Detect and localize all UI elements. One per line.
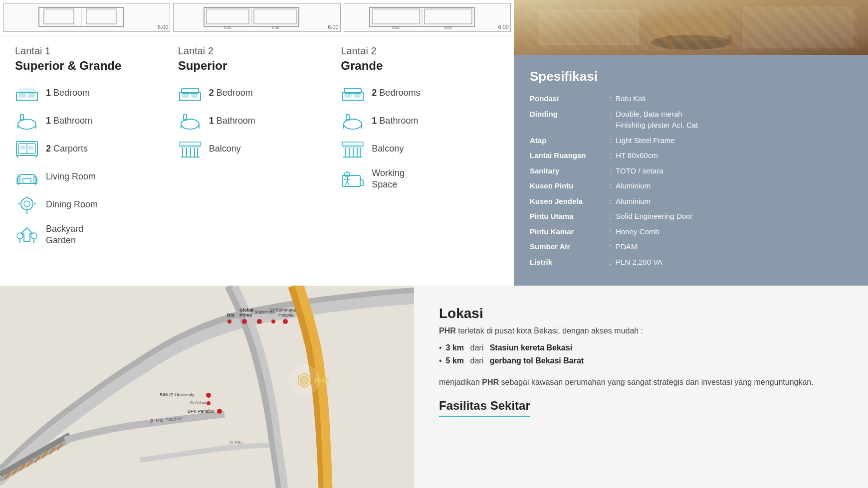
spec-value-kusen-pintu: Aluminium: [616, 180, 852, 192]
svg-rect-75: [345, 119, 350, 121]
spec-label-sumber-air: Sumber Air: [530, 241, 610, 253]
svg-rect-78: [343, 145, 362, 148]
svg-text:3.00: 3.00: [392, 25, 400, 30]
floor-plan-svg-1: [5, 5, 158, 30]
floor-col-lantai2-grande: Lantai 2 Grande: [341, 45, 504, 256]
svg-point-120: [271, 320, 275, 324]
svg-rect-99: [743, 7, 853, 47]
svg-rect-5: [207, 9, 249, 24]
spec-label-kusen-jendela: Kusen Jendela: [530, 196, 610, 207]
spec-lantai: Lantai Ruangan : HT 60x60cm: [530, 150, 852, 162]
floor-title-2g: Lantai 2: [341, 45, 504, 57]
plan-dimension-1: 6.00: [158, 24, 168, 30]
svg-text:BPK Penabur: BPK Penabur: [188, 409, 215, 414]
bathroom-text-2s: 1 Bathroom: [209, 115, 255, 127]
svg-rect-50: [183, 93, 189, 97]
feature-bedroom-1: 1 Bedroom: [15, 84, 178, 103]
floors-info-row: Lantai 1 Superior & Grande: [0, 35, 514, 266]
svg-line-95: [347, 181, 349, 185]
spec-label-pintu-kamar: Pintu Kamar: [530, 226, 610, 238]
spec-value-kusen-jendela: Aluminium: [616, 196, 852, 207]
svg-rect-97: [539, 10, 639, 45]
floor-plan-svg-2: 3.00 3.00: [175, 5, 328, 30]
bathroom-icon-2s: [178, 112, 202, 131]
plan-dimension-2: 6.00: [328, 24, 338, 30]
floor-subtitle-1: Superior & Grande: [15, 59, 178, 73]
plan-box-2: 3.00 3.00 6.00: [173, 3, 340, 32]
svg-rect-98: [653, 15, 728, 40]
feature-dining: Dining Room: [15, 195, 178, 214]
bedroom-icon-2s: [178, 84, 202, 103]
spec-value-dinding: Double, Bata merahFinishing plester Aci,…: [616, 109, 852, 131]
svg-rect-2: [86, 9, 116, 24]
spec-label-pondasi: Pondasi: [530, 93, 610, 105]
svg-point-131: [217, 409, 222, 414]
svg-rect-32: [20, 146, 25, 150]
svg-rect-51: [192, 93, 198, 97]
map-svg: Jl. Haj. Nachar Jl. Pa... Global Prima S…: [0, 286, 414, 488]
plan-box-1: 6.00: [3, 3, 170, 32]
spec-label-listrik: Listrik: [530, 257, 610, 268]
svg-point-125: [227, 320, 231, 324]
svg-point-39: [24, 201, 30, 207]
svg-rect-102: [728, 35, 732, 50]
floor-title-1: Lantai 1: [15, 45, 178, 57]
svg-text:Primaya: Primaya: [279, 308, 296, 313]
svg-point-118: [257, 319, 262, 324]
svg-text:Jl. Pa...: Jl. Pa...: [229, 439, 244, 445]
section-one: 6.00 3.00 3.00 6.00: [0, 0, 868, 286]
svg-point-123: [283, 319, 288, 324]
spec-label-dinding: Dinding: [530, 109, 610, 131]
plan-dimension-3: 6.00: [498, 24, 509, 30]
living-icon: [15, 167, 39, 186]
dining-text: Dining Room: [46, 199, 98, 210]
room-photo: [514, 0, 868, 55]
svg-point-44: [17, 233, 23, 239]
distance-1: 3 km dari Stasiun kereta Bekasi: [439, 343, 843, 352]
svg-rect-59: [181, 145, 200, 148]
bedroom-text-2g: 2 Bedrooms: [372, 87, 420, 99]
svg-rect-17: [18, 88, 35, 93]
svg-text:Hospital: Hospital: [278, 313, 295, 318]
svg-point-38: [21, 198, 33, 210]
svg-rect-12: [425, 9, 472, 24]
section-right: Spesifikasi Pondasi : Batu Kali Dinding …: [514, 0, 868, 286]
svg-point-127: [206, 393, 211, 398]
svg-rect-70: [354, 93, 360, 97]
spec-pondasi: Pondasi : Batu Kali: [530, 93, 852, 105]
bedroom-icon: [15, 84, 39, 103]
feature-living: Living Room: [15, 167, 178, 186]
svg-rect-1: [44, 9, 74, 24]
bedroom-text-2s: 2 Bedroom: [209, 87, 253, 99]
svg-rect-86: [342, 175, 360, 186]
spec-label-atap: Atap: [530, 135, 610, 147]
svg-rect-24: [19, 119, 24, 121]
floor-title-2s: Lantai 2: [178, 45, 341, 57]
page-wrapper: 6.00 3.00 3.00 6.00: [0, 0, 868, 488]
lokasi-panel: Lokasi PHR terletak di pusat kota Bekasi…: [414, 286, 868, 488]
spec-value-sumber-air: PDAM: [616, 241, 852, 253]
spec-label-sanitary: Sanitary: [530, 165, 610, 177]
spec-kusen-jendela: Kusen Jendela : Aluminium: [530, 196, 852, 207]
section-left: 6.00 3.00 3.00 6.00: [0, 0, 514, 286]
feature-balcony-2g: Balcony: [341, 140, 504, 159]
svg-text:BINUS University: BINUS University: [160, 392, 195, 397]
svg-rect-96: [514, 0, 868, 55]
room-photo-svg: [514, 0, 868, 55]
svg-text:Al-Azhar: Al-Azhar: [190, 400, 207, 405]
spec-value-pintu-utama: Solid Engineering Door: [616, 211, 852, 222]
spec-label-lantai: Lantai Ruangan: [530, 150, 610, 162]
svg-rect-19: [28, 93, 34, 97]
svg-point-91: [346, 173, 348, 175]
distance-2: 5 km dari gerbang tol Bekasi Barat: [439, 356, 843, 365]
feature-carport: 2 Carports: [15, 140, 178, 159]
balcony-icon-2g: [341, 140, 365, 159]
svg-text:Prima: Prima: [239, 313, 252, 318]
feature-bathroom-2g: 1 Bathroom: [341, 112, 504, 131]
spec-pintu-kamar: Pintu Kamar : Honey Comb: [530, 226, 852, 238]
balcony-text-2g: Balcony: [372, 143, 404, 155]
bedroom-text-1: 1 Bedroom: [46, 87, 90, 99]
spec-value-pondasi: Batu Kali: [616, 93, 852, 105]
svg-text:3.00: 3.00: [271, 25, 279, 30]
spesifikasi-title: Spesifikasi: [530, 69, 852, 84]
